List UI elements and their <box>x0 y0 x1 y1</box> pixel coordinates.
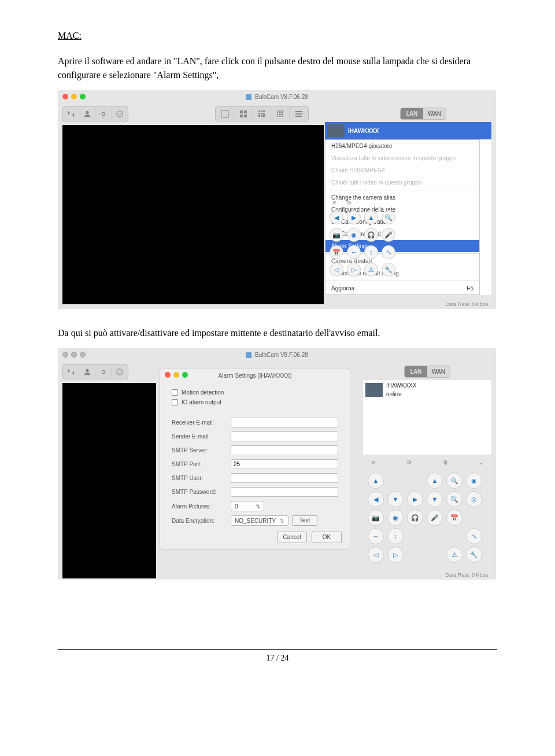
tab-wan[interactable]: WAN <box>423 108 446 119</box>
arrow-leftright-icon[interactable]: ↔ <box>347 245 361 259</box>
layout-4-icon[interactable] <box>234 107 253 121</box>
smtp-server-input[interactable] <box>231 445 338 455</box>
tab-wan[interactable]: WAN <box>427 366 450 377</box>
arrow-next-icon[interactable]: ▷ <box>347 263 361 276</box>
warning-icon[interactable]: ⚠ <box>364 263 378 276</box>
smtp-user-label: SMTP User: <box>172 474 227 482</box>
toolbar-info-icon[interactable]: ? <box>112 365 128 379</box>
main-toolbar-left-2: ? <box>62 364 128 379</box>
toolbar-user-icon[interactable] <box>79 107 95 121</box>
mic-icon[interactable]: 🎤 <box>427 510 443 526</box>
arrow-right-icon[interactable]: ▶ <box>407 491 423 507</box>
tab-lan[interactable]: LAN <box>405 366 427 377</box>
menu-item-aggiorna[interactable]: Aggiorna F5 <box>325 282 479 294</box>
svg-rect-23 <box>279 112 280 113</box>
layout-list-icon[interactable] <box>290 107 308 121</box>
camera-thumbnail <box>365 383 383 397</box>
motion-detection-checkbox[interactable] <box>172 389 178 396</box>
headphones-icon[interactable]: 🎧 <box>364 228 378 242</box>
calendar-icon[interactable]: 📅 <box>446 510 462 526</box>
zoom-out-icon[interactable]: 🔍 <box>446 491 462 507</box>
smtp-password-input[interactable] <box>231 487 338 497</box>
layout-16-icon[interactable] <box>271 107 290 121</box>
window-title: BulbCam V8.F.06.28 <box>255 94 308 100</box>
data-encryption-select[interactable]: NO_SECURITY ⇅ <box>231 515 288 526</box>
ok-button[interactable]: OK <box>312 532 342 543</box>
arrow-next-icon[interactable]: ▷ <box>387 547 404 563</box>
svg-rect-18 <box>277 110 278 112</box>
headphones-icon[interactable]: 🎧 <box>407 510 423 526</box>
test-button[interactable]: Test <box>292 515 317 526</box>
motion-detection-label: Motion detection <box>182 388 224 397</box>
toolbar-user-icon[interactable] <box>79 365 95 379</box>
arrow-diagonal-icon[interactable]: ⤡ <box>382 245 395 259</box>
svg-rect-34 <box>295 111 302 112</box>
arrow-up-icon[interactable]: ▲ <box>368 473 384 489</box>
arrow-leftright-icon[interactable]: ↔ <box>368 528 384 544</box>
camera-list-item[interactable]: IHAWKXXX online <box>363 380 491 400</box>
arrow-updown-icon[interactable]: ↕ <box>364 245 378 259</box>
side-panel-2: LAN WAN IHAWKXXX online ✕ ⟳ ⚙ ⌄ ▲ ▲ 🔍 <box>363 366 491 566</box>
smtp-user-input[interactable] <box>231 473 338 483</box>
refresh-icon[interactable]: ⟳ <box>345 198 354 207</box>
arrow-updown-icon[interactable]: ↕ <box>387 528 404 544</box>
refresh-icon[interactable]: ⟳ <box>405 458 414 467</box>
record-icon[interactable]: ◉ <box>387 510 404 526</box>
heading-mac: MAC: <box>58 29 497 43</box>
triangle-up-icon[interactable]: ▲ <box>427 473 443 489</box>
close-x-icon[interactable]: ✕ <box>330 198 339 207</box>
alarm-pictures-value: 0 <box>235 502 238 511</box>
triangle-down-icon[interactable]: ▼ <box>427 491 443 507</box>
layout-9-icon[interactable] <box>253 107 271 121</box>
arrow-right-icon[interactable]: ▶ <box>347 211 361 224</box>
close-x-icon[interactable]: ✕ <box>369 458 378 467</box>
toolbar-info-icon[interactable]: ? <box>112 107 128 121</box>
warning-icon[interactable]: ⚠ <box>446 547 462 563</box>
toolbar-gear-icon[interactable] <box>95 107 112 121</box>
toolbar-expand-icon[interactable] <box>63 107 79 121</box>
triangle-up-icon[interactable]: ▲ <box>364 211 378 224</box>
toolbar-expand-icon[interactable] <box>63 365 79 379</box>
zoom-icon[interactable]: 🔍 <box>382 211 395 224</box>
arrow-diagonal-icon[interactable]: ⤡ <box>466 528 482 544</box>
tab-lan[interactable]: LAN <box>401 108 423 119</box>
camera-list-item-selected[interactable]: IHAWKXXX <box>325 122 491 139</box>
smtp-port-input[interactable] <box>231 459 338 469</box>
camera-icon[interactable]: 📷 <box>368 510 384 526</box>
layout-1-icon[interactable] <box>216 107 234 121</box>
wrench-icon[interactable]: 🔧 <box>382 263 395 276</box>
mic-icon[interactable]: 🎤 <box>382 228 395 242</box>
iris-icon[interactable]: ◉ <box>466 473 482 489</box>
zoom-in-icon[interactable]: 🔍 <box>446 473 462 489</box>
menu-item-h264-play[interactable]: H264/MPEG4 giocatore <box>325 140 479 152</box>
toolbar-gear-icon[interactable] <box>95 365 112 379</box>
camera-icon[interactable]: 📷 <box>330 228 343 242</box>
arrow-prev-icon[interactable]: ◁ <box>368 547 384 563</box>
menu-item-close-all[interactable]: Chiudi tutti i video in questo gruppo <box>325 176 479 189</box>
arrow-prev-icon[interactable]: ◁ <box>330 263 343 276</box>
motion-detection-row: Motion detection <box>172 388 338 397</box>
io-alarm-checkbox[interactable] <box>172 399 178 405</box>
data-encryption-label: Data Encryption: <box>172 517 227 525</box>
svg-rect-12 <box>258 113 260 115</box>
svg-rect-22 <box>277 112 278 113</box>
arrow-left-icon[interactable]: ◀ <box>330 211 343 224</box>
aperture-icon[interactable]: ◎ <box>466 491 482 507</box>
wrench-icon[interactable]: 🔧 <box>466 547 482 563</box>
svg-rect-9 <box>258 110 260 112</box>
sender-email-input[interactable] <box>231 432 338 441</box>
svg-rect-6 <box>244 110 247 113</box>
chevron-down-icon[interactable]: ⌄ <box>476 458 486 467</box>
menu-item-view-all[interactable]: Visualizza tutte le videocamere in quest… <box>325 152 479 164</box>
arrow-left-icon[interactable]: ◀ <box>368 491 384 507</box>
calendar-icon[interactable]: 📅 <box>330 245 343 259</box>
paragraph-1: Aprire il software ed andare in "LAN", f… <box>58 54 497 82</box>
gear-icon[interactable]: ⚙ <box>441 458 450 467</box>
menu-item-close-h264[interactable]: Chiudi H264/MPEG4 <box>325 164 479 176</box>
alarm-pictures-select[interactable]: 0 ⇅ <box>231 501 264 511</box>
arrow-down-icon[interactable]: ▼ <box>387 491 404 507</box>
receiver-email-input[interactable] <box>231 418 338 427</box>
record-icon[interactable]: ◉ <box>347 228 361 242</box>
cancel-button[interactable]: Cancel <box>277 532 307 543</box>
svg-rect-4 <box>221 110 228 117</box>
